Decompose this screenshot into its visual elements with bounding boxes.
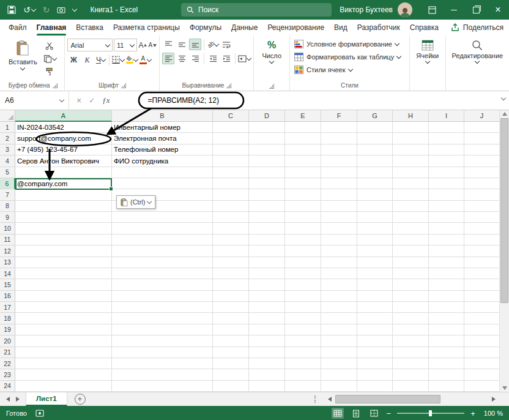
cell-B10[interactable]: [112, 223, 213, 234]
underline-button[interactable]: Ч: [94, 54, 106, 66]
cell-B18[interactable]: [112, 313, 213, 324]
format-as-table-button[interactable]: Форматировать как таблицу: [292, 50, 407, 63]
cell-B5[interactable]: [112, 167, 213, 178]
cell-H5[interactable]: [393, 167, 429, 178]
cell-B9[interactable]: [112, 212, 213, 223]
row-header-14[interactable]: 14: [0, 268, 15, 279]
sheet-tab-list1[interactable]: Лист1: [26, 392, 67, 406]
cell-D19[interactable]: [249, 324, 285, 336]
redo-button[interactable]: ↻: [43, 5, 50, 15]
cell-C3[interactable]: [213, 144, 249, 156]
cell-E11[interactable]: [285, 234, 321, 246]
cell-B3[interactable]: Телефонный номер: [112, 144, 213, 156]
cell-H6[interactable]: [393, 178, 429, 189]
cell-G10[interactable]: [357, 223, 393, 234]
cell-A8[interactable]: [15, 201, 112, 212]
cell-I23[interactable]: [429, 369, 464, 380]
cell-H15[interactable]: [393, 279, 429, 290]
cell-B14[interactable]: [112, 268, 213, 279]
minimize-button[interactable]: [443, 0, 465, 20]
cell-E4[interactable]: [285, 156, 321, 167]
tab-formulas[interactable]: Формулы: [185, 20, 226, 36]
page-break-view-button[interactable]: [368, 408, 381, 419]
cell-E15[interactable]: [285, 279, 321, 290]
cell-F18[interactable]: [321, 313, 357, 324]
cell-B2[interactable]: Электронная почта: [112, 133, 213, 144]
formula-input[interactable]: =ПРАВСИМВ(A2; 12): [148, 96, 219, 105]
cell-A11[interactable]: [15, 234, 112, 246]
row-header-24[interactable]: 24: [0, 381, 15, 392]
cell-B17[interactable]: [112, 302, 213, 313]
cell-B4[interactable]: ФИО сотрудника: [112, 156, 213, 167]
cell-C20[interactable]: [213, 336, 249, 347]
cell-E18[interactable]: [285, 313, 321, 324]
cell-H11[interactable]: [393, 234, 429, 246]
conditional-formatting-button[interactable]: Условное форматирование: [292, 37, 407, 50]
zoom-in-button[interactable]: +: [470, 410, 475, 418]
bold-button[interactable]: Ж: [67, 54, 80, 66]
cell-C24[interactable]: [213, 381, 249, 392]
cell-E1[interactable]: [285, 122, 321, 133]
cell-E21[interactable]: [285, 347, 321, 358]
cell-E9[interactable]: [285, 212, 321, 223]
horizontal-scroll-track[interactable]: [335, 392, 488, 406]
cell-B23[interactable]: [112, 369, 213, 380]
cells-button[interactable]: Ячейки: [412, 37, 443, 63]
dialog-launcher-icon[interactable]: [226, 83, 231, 88]
column-header-F[interactable]: F: [321, 110, 357, 122]
cell-H7[interactable]: [393, 189, 429, 200]
cell-J13[interactable]: [464, 257, 500, 268]
zoom-slider[interactable]: [397, 413, 464, 414]
cell-E3[interactable]: [285, 144, 321, 156]
macro-record-icon[interactable]: [35, 410, 44, 417]
cell-I13[interactable]: [429, 257, 464, 268]
cell-F19[interactable]: [321, 324, 357, 336]
cell-J6[interactable]: [464, 178, 500, 189]
editing-button[interactable]: Редактирование: [448, 37, 507, 63]
cell-G21[interactable]: [357, 347, 393, 358]
cell-A4[interactable]: Серов Антон Викторович: [15, 156, 112, 167]
cell-C23[interactable]: [213, 369, 249, 380]
align-center-button[interactable]: [176, 53, 188, 64]
cell-D21[interactable]: [249, 347, 285, 358]
cell-H22[interactable]: [393, 358, 429, 369]
cell-A17[interactable]: [15, 302, 112, 313]
cell-C18[interactable]: [213, 313, 249, 324]
cell-D2[interactable]: [249, 133, 285, 144]
cell-B21[interactable]: [112, 347, 213, 358]
cell-A15[interactable]: [15, 279, 112, 290]
row-header-6[interactable]: 6: [0, 178, 15, 189]
cell-F6[interactable]: [321, 178, 357, 189]
cell-D24[interactable]: [249, 381, 285, 392]
select-all-corner[interactable]: [0, 110, 15, 122]
cell-J2[interactable]: [464, 133, 500, 144]
cell-D5[interactable]: [249, 167, 285, 178]
cell-G7[interactable]: [357, 189, 393, 200]
cell-B22[interactable]: [112, 358, 213, 369]
cell-E6[interactable]: [285, 178, 321, 189]
column-header-G[interactable]: G: [357, 110, 393, 122]
cell-I14[interactable]: [429, 268, 464, 279]
cell-C13[interactable]: [213, 257, 249, 268]
cell-C1[interactable]: [213, 122, 249, 133]
insert-function-icon[interactable]: ƒx: [102, 96, 110, 105]
cell-J24[interactable]: [464, 381, 500, 392]
cell-A24[interactable]: [15, 381, 112, 392]
cell-I19[interactable]: [429, 324, 464, 336]
column-header-C[interactable]: C: [213, 110, 249, 122]
cell-G16[interactable]: [357, 291, 393, 302]
cell-F13[interactable]: [321, 257, 357, 268]
cell-B19[interactable]: [112, 324, 213, 336]
cell-A22[interactable]: [15, 358, 112, 369]
cell-H8[interactable]: [393, 201, 429, 212]
orientation-button[interactable]: ab: [207, 39, 219, 50]
cell-D8[interactable]: [249, 201, 285, 212]
cell-I12[interactable]: [429, 246, 464, 257]
row-header-11[interactable]: 11: [0, 234, 15, 246]
cell-E8[interactable]: [285, 201, 321, 212]
cell-I24[interactable]: [429, 381, 464, 392]
cell-D22[interactable]: [249, 358, 285, 369]
cell-D4[interactable]: [249, 156, 285, 167]
cell-A1[interactable]: IN-2024-03542: [15, 122, 112, 133]
row-header-4[interactable]: 4: [0, 156, 15, 167]
